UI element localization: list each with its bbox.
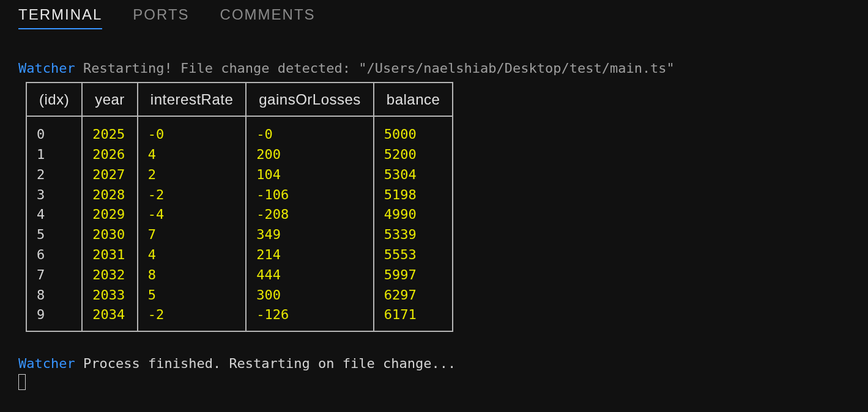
output-table: (idx) year interestRate gainsOrLosses ba… xyxy=(26,82,453,333)
cell-interest-rate: -2 xyxy=(138,305,246,331)
cell-idx: 5 xyxy=(26,225,82,245)
table-row: 2202721045304 xyxy=(26,165,453,185)
cell-gains-or-losses: -208 xyxy=(246,205,374,225)
cell-balance: 6297 xyxy=(374,285,453,306)
cell-gains-or-losses: 104 xyxy=(246,165,374,185)
watcher-message: Process finished. Restarting on file cha… xyxy=(75,356,456,371)
table-body: 02025-0-05000120264200520022027210453043… xyxy=(26,116,453,331)
cell-year: 2032 xyxy=(82,265,138,285)
cell-gains-or-losses: 200 xyxy=(246,145,374,165)
terminal-output[interactable]: Watcher Restarting! File change detected… xyxy=(0,29,868,392)
cell-balance: 5200 xyxy=(374,145,453,165)
cell-idx: 2 xyxy=(26,165,82,185)
cell-year: 2034 xyxy=(82,305,138,331)
cell-interest-rate: 8 xyxy=(138,265,246,285)
cell-interest-rate: -4 xyxy=(138,205,246,225)
cell-interest-rate: 5 xyxy=(138,285,246,306)
tab-ports[interactable]: PORTS xyxy=(133,6,189,29)
cell-year: 2027 xyxy=(82,165,138,185)
cell-interest-rate: -0 xyxy=(138,116,246,145)
col-interest-rate: interestRate xyxy=(138,83,246,117)
cell-gains-or-losses: -106 xyxy=(246,185,374,205)
cell-year: 2030 xyxy=(82,225,138,245)
cell-balance: 4990 xyxy=(374,205,453,225)
cell-interest-rate: 4 xyxy=(138,245,246,265)
cell-year: 2026 xyxy=(82,145,138,165)
tab-comments[interactable]: COMMENTS xyxy=(220,6,316,29)
table-row: 32028-2-1065198 xyxy=(26,185,453,205)
table-row: 6203142145553 xyxy=(26,245,453,265)
cell-balance: 5304 xyxy=(374,165,453,185)
table-row: 42029-4-2084990 xyxy=(26,205,453,225)
tab-terminal[interactable]: TERMINAL xyxy=(18,6,102,29)
cell-year: 2029 xyxy=(82,205,138,225)
log-line-2: Watcher Process finished. Restarting on … xyxy=(18,356,456,371)
col-balance: balance xyxy=(374,83,453,117)
cell-balance: 5198 xyxy=(374,185,453,205)
table-row: 8203353006297 xyxy=(26,285,453,306)
cell-balance: 5997 xyxy=(374,265,453,285)
table-header-row: (idx) year interestRate gainsOrLosses ba… xyxy=(26,83,453,117)
cell-year: 2033 xyxy=(82,285,138,306)
cell-idx: 8 xyxy=(26,285,82,306)
col-gains-or-losses: gainsOrLosses xyxy=(246,83,374,117)
cell-idx: 1 xyxy=(26,145,82,165)
table-row: 7203284445997 xyxy=(26,265,453,285)
watcher-message: Restarting! File change detected: "/User… xyxy=(75,61,675,76)
cell-gains-or-losses: 349 xyxy=(246,225,374,245)
watcher-prefix: Watcher xyxy=(18,356,75,371)
col-year: year xyxy=(82,83,138,117)
cell-gains-or-losses: -126 xyxy=(246,305,374,331)
cell-gains-or-losses: -0 xyxy=(246,116,374,145)
panel-tabs: TERMINAL PORTS COMMENTS xyxy=(0,0,868,29)
cell-gains-or-losses: 300 xyxy=(246,285,374,306)
cell-interest-rate: 7 xyxy=(138,225,246,245)
cell-interest-rate: 4 xyxy=(138,145,246,165)
watcher-prefix: Watcher xyxy=(18,61,75,76)
cell-year: 2025 xyxy=(82,116,138,145)
cell-balance: 5553 xyxy=(374,245,453,265)
cell-interest-rate: -2 xyxy=(138,185,246,205)
cell-idx: 0 xyxy=(26,116,82,145)
table-row: 02025-0-05000 xyxy=(26,116,453,145)
log-line-1: Watcher Restarting! File change detected… xyxy=(18,61,675,76)
cell-year: 2031 xyxy=(82,245,138,265)
cell-balance: 5000 xyxy=(374,116,453,145)
cell-idx: 3 xyxy=(26,185,82,205)
col-idx: (idx) xyxy=(26,83,82,117)
table-row: 92034-2-1266171 xyxy=(26,305,453,331)
table-row: 5203073495339 xyxy=(26,225,453,245)
cell-idx: 9 xyxy=(26,305,82,331)
cell-interest-rate: 2 xyxy=(138,165,246,185)
cell-idx: 4 xyxy=(26,205,82,225)
cell-gains-or-losses: 444 xyxy=(246,265,374,285)
cell-idx: 7 xyxy=(26,265,82,285)
cell-gains-or-losses: 214 xyxy=(246,245,374,265)
cursor-icon xyxy=(18,374,26,390)
table-row: 1202642005200 xyxy=(26,145,453,165)
cell-balance: 6171 xyxy=(374,305,453,331)
cell-balance: 5339 xyxy=(374,225,453,245)
cell-idx: 6 xyxy=(26,245,82,265)
cell-year: 2028 xyxy=(82,185,138,205)
